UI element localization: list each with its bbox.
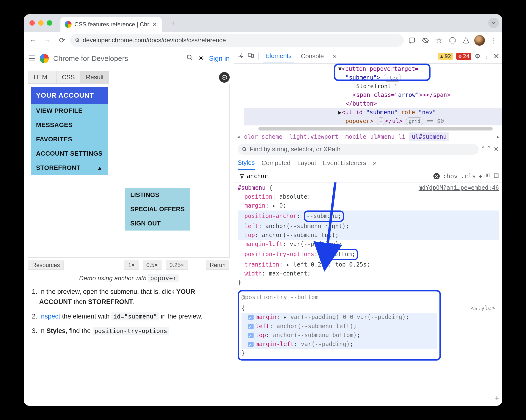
instruction-steps: In the preview, open the submenu, that i… <box>24 282 234 345</box>
svg-marker-13 <box>240 174 244 178</box>
profile-avatar[interactable] <box>473 34 486 47</box>
menu-item[interactable]: MESSAGES <box>31 118 108 132</box>
breadcrumb-next-icon[interactable]: ▸ <box>496 133 500 140</box>
ellipsis-badge[interactable]: ⋯ <box>377 118 385 125</box>
url-bar[interactable]: ⚙ developer.chrome.com/docs/devtools/css… <box>70 34 404 47</box>
demo-footer: Resources 1× 0.5× 0.25× Rerun <box>28 260 230 271</box>
cls-button[interactable]: .cls <box>461 172 476 180</box>
tab-css[interactable]: CSS <box>56 71 80 84</box>
horizontal-scrollbar[interactable] <box>258 127 493 130</box>
browser-tab[interactable]: CSS features reference | Chr ✕ <box>61 17 162 32</box>
zoom-1x[interactable]: 1× <box>124 260 138 270</box>
warnings-badge[interactable]: ▲ 92 <box>438 53 453 60</box>
cast-icon[interactable] <box>406 34 418 47</box>
close-window-button[interactable] <box>30 20 35 26</box>
grid-badge[interactable]: grid <box>406 118 423 125</box>
maximize-window-button[interactable] <box>47 20 52 26</box>
toggle-sidebar-icon[interactable] <box>494 172 499 180</box>
resources-button[interactable]: Resources <box>29 260 64 270</box>
tab-computed[interactable]: Computed <box>262 159 291 167</box>
source-link[interactable]: mdYdpOM?ani…pe=embed:46 <box>419 183 499 192</box>
tab-html[interactable]: HTML <box>28 71 56 84</box>
tab-console[interactable]: Console <box>298 49 326 63</box>
select-element-icon[interactable] <box>237 52 243 60</box>
svg-rect-15 <box>487 174 488 176</box>
menu-header[interactable]: YOUR ACCOUNT <box>31 87 108 104</box>
demo-menu: YOUR ACCOUNT VIEW PROFILE MESSAGES FAVOR… <box>31 87 108 175</box>
close-tab-icon[interactable]: ✕ <box>152 21 157 28</box>
tab-styles[interactable]: Styles <box>238 159 255 170</box>
svg-line-6 <box>222 76 224 78</box>
close-search-icon[interactable]: ✕ <box>494 145 499 153</box>
signin-link[interactable]: Sign in <box>209 55 230 62</box>
site-title: Chrome for Developers <box>53 54 182 63</box>
tab-overflow-icon[interactable]: » <box>331 49 339 63</box>
rerun-button[interactable]: Rerun <box>206 260 229 270</box>
device-mode-icon[interactable] <box>248 52 254 60</box>
incognito-off-icon[interactable] <box>419 34 432 47</box>
window-titlebar: CSS features reference | Chr ✕ + <box>24 14 502 32</box>
url-text: developer.chrome.com/docs/devtools/css/r… <box>83 37 226 44</box>
demo-tabs: HTML CSS Result <box>28 71 230 84</box>
bookmark-icon[interactable]: ☆ <box>433 34 445 47</box>
tab-title: CSS features reference | Chr <box>74 21 149 28</box>
svg-rect-0 <box>409 38 415 42</box>
search-icon[interactable] <box>186 54 193 63</box>
submenu-item[interactable]: SPECIAL OFFERS <box>125 202 190 216</box>
toolbar-actions: ☆ ⋮ <box>406 34 499 47</box>
menu-item[interactable]: VIEW PROFILE <box>31 104 108 118</box>
chevron-up-icon: ▲ <box>97 165 102 171</box>
styles-body[interactable]: mdYdpOM?ani…pe=embed:46 #submenu { posit… <box>234 182 502 406</box>
elements-dom-panel[interactable]: ▼<button popovertarget= "submenu"> flex … <box>234 64 502 131</box>
tab-overflow-button[interactable] <box>488 18 499 28</box>
prev-match-icon[interactable]: ˄ <box>482 145 485 153</box>
submenu-item[interactable]: SIGN OUT <box>125 216 190 230</box>
site-info-icon[interactable]: ⚙ <box>75 37 80 43</box>
menu-item[interactable]: FAVORITES <box>31 132 108 146</box>
new-tab-button[interactable]: + <box>167 17 179 29</box>
browser-window: CSS features reference | Chr ✕ + ← → ⟳ ⚙… <box>24 14 502 406</box>
more-icon[interactable]: ⋮ <box>484 52 490 60</box>
zoom-025x[interactable]: 0.25× <box>166 260 188 270</box>
forward-button[interactable]: → <box>41 34 54 47</box>
errors-badge[interactable]: ⊗ 24 <box>456 53 471 60</box>
tab-layout[interactable]: Layout <box>297 159 316 167</box>
styles-search-row: Find by string, selector, or XPath ˄ ˅ ✕ <box>234 142 502 156</box>
menu-item[interactable]: ACCOUNT SETTINGS <box>31 146 108 161</box>
zoom-05x[interactable]: 0.5× <box>143 260 162 270</box>
menu-item-storefront[interactable]: STOREFRONT▲ <box>31 161 108 175</box>
tab-overflow-icon[interactable]: » <box>373 159 376 167</box>
clear-filter-icon[interactable]: ✕ <box>434 173 440 179</box>
browser-menu-icon[interactable]: ⋮ <box>487 34 499 47</box>
inspect-link[interactable]: Inspect <box>39 313 60 320</box>
add-rule-icon[interactable]: + <box>495 391 499 404</box>
tab-result[interactable]: Result <box>80 71 109 84</box>
svg-rect-16 <box>494 173 498 178</box>
next-match-icon[interactable]: ˅ <box>487 145 491 153</box>
reload-button[interactable]: ⟳ <box>56 34 68 47</box>
styles-filter[interactable]: anchor <box>238 172 270 180</box>
codepen-icon[interactable] <box>219 72 230 83</box>
submenu-item[interactable]: LISTINGS <box>125 188 190 202</box>
gear-icon[interactable]: ⚙ <box>475 52 480 60</box>
tab-favicon <box>65 21 71 28</box>
extensions-icon[interactable] <box>446 34 459 47</box>
hov-button[interactable]: :hov <box>443 172 458 180</box>
find-input[interactable]: Find by string, selector, or XPath <box>238 144 479 155</box>
computed-styles-icon[interactable] <box>486 172 491 180</box>
breadcrumb-prev-icon[interactable]: ◂ <box>237 133 240 140</box>
devtools-panel: Elements Console » ▲ 92 ⊗ 24 ⚙ ⋮ ✕ ▼<but… <box>234 49 502 406</box>
new-style-rule-icon[interactable]: + <box>479 172 483 180</box>
svg-line-3 <box>191 59 192 60</box>
tab-elements[interactable]: Elements <box>263 49 294 63</box>
hamburger-menu-icon[interactable]: ☰ <box>28 54 35 63</box>
style-source-link[interactable]: <style> <box>471 304 495 313</box>
chrome-logo-icon <box>40 54 49 63</box>
minimize-window-button[interactable] <box>38 20 43 26</box>
back-button[interactable]: ← <box>27 34 39 47</box>
theme-toggle-icon[interactable]: ☀ <box>198 54 204 62</box>
labs-icon[interactable] <box>460 34 472 47</box>
tab-event-listeners[interactable]: Event Listeners <box>323 159 366 167</box>
close-devtools-icon[interactable]: ✕ <box>493 52 499 60</box>
dom-breadcrumb[interactable]: ◂ olor-scheme--light.viewport--mobile ul… <box>234 131 502 142</box>
